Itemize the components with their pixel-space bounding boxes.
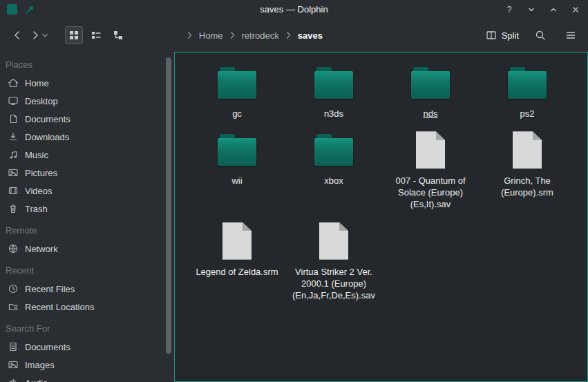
sidebar-item-downloads[interactable]: Downloads [0,128,174,146]
file-item-grinch[interactable]: Grinch, The (Europe).srm [479,131,576,210]
sidebar-item-network[interactable]: Network [0,240,174,258]
file-item-virtua-striker[interactable]: Virtua Striker 2 Ver. 2000.1 (Europe) (E… [285,222,382,301]
folder-icon [314,67,353,99]
split-button[interactable]: Split [486,30,519,41]
sidebar-item-label: Desktop [25,96,58,106]
sidebar-item-label: Recent Locations [25,302,94,312]
sidebar-item-documents[interactable]: Documents [0,110,174,128]
details-view-button[interactable] [87,26,105,44]
sidebar-item-search-audio[interactable]: Audio [0,374,174,382]
file-icon [513,131,542,169]
folder-item-gc[interactable]: gc [189,64,285,120]
tree-view-button[interactable] [109,26,127,44]
sidebar-item-label: Trash [25,204,48,214]
folder-item-xbox[interactable]: xbox [285,131,382,210]
sidebar-item-label: Documents [25,342,70,352]
file-grid: gc n3ds nds ps2 wii xbox [175,52,587,301]
sidebar-item-label: Network [25,244,58,254]
item-label: 007 - Quantum of Solace (Europe) (Es,It)… [387,175,474,210]
sidebar-item-videos[interactable]: Videos [0,182,174,200]
item-label: xbox [324,175,343,187]
icons-view-icon [68,30,79,41]
sidebar-item-search-images[interactable]: Images [0,356,174,374]
close-icon [571,6,580,14]
menu-button[interactable] [562,26,580,44]
folder-item-wii[interactable]: wii [189,131,285,210]
history-dropdown-icon [42,34,48,37]
section-title-remote: Remote [0,222,174,240]
sidebar-item-trash[interactable]: Trash [0,200,174,218]
breadcrumb-chevron-icon [285,31,292,39]
breadcrumb-saves[interactable]: saves [298,30,323,41]
sidebar-item-home[interactable]: Home [0,74,174,92]
sidebar-item-label: Recent Files [25,284,75,294]
sidebar-item-search-documents[interactable]: Documents [0,338,174,356]
music-icon [8,149,19,160]
section-recent: Recent Recent Files Recent Locations [0,262,174,316]
section-remote: Remote Network [0,222,174,258]
icons-view-button[interactable] [65,26,83,44]
network-icon [8,243,19,254]
pictures-icon [8,167,19,178]
pin-icon[interactable] [24,4,35,15]
sidebar-item-music[interactable]: Music [0,146,174,164]
forward-button[interactable] [26,26,51,44]
help-button[interactable]: ? [504,4,515,15]
search-button[interactable] [531,26,549,44]
sidebar-item-pictures[interactable]: Pictures [0,164,174,182]
folder-item-nds[interactable]: nds [382,64,479,120]
dolphin-window: { "titlebar": { "title": "saves — Dolphi… [0,0,588,382]
arrow-back-icon [12,30,23,41]
close-button[interactable] [570,4,581,15]
item-label: Grinch, The (Europe).srm [484,175,571,198]
breadcrumb-home[interactable]: Home [199,30,223,41]
breadcrumb: Home retrodeck saves [187,30,323,41]
titlebar: saves — Dolphin ? [0,0,588,19]
recent-locations-icon [8,301,19,312]
section-search-for: Search For Documents Images Audio [0,320,174,382]
file-icon [416,131,445,169]
item-label: Legend of Zelda.srm [196,266,278,278]
trash-icon [8,203,19,214]
split-label: Split [502,30,519,41]
sidebar-item-recent-locations[interactable]: Recent Locations [0,298,174,316]
arrow-forward-icon [30,30,41,41]
scrollbar-thumb[interactable] [166,57,171,354]
search-audio-icon [8,377,19,382]
folder-icon [508,67,547,99]
places-panel: Places Home Desktop Documents Downloads … [0,52,174,382]
maximize-button[interactable] [548,4,559,15]
file-item-legend-of-zelda[interactable]: Legend of Zelda.srm [189,222,285,301]
sidebar-scrollbar[interactable] [166,56,171,378]
back-button[interactable] [8,26,26,44]
file-icon [222,222,252,260]
videos-icon [8,185,19,196]
app-icon [7,4,17,15]
minimize-button[interactable] [526,4,537,15]
file-item-007-quantum-of-solace[interactable]: 007 - Quantum of Solace (Europe) (Es,It)… [382,131,479,210]
item-label: ps2 [520,108,535,120]
item-label: wii [231,175,242,187]
split-view-icon [486,30,497,41]
folder-item-ps2[interactable]: ps2 [479,64,576,120]
sidebar-item-label: Pictures [25,168,57,178]
section-places: Places Home Desktop Documents Downloads … [0,56,174,218]
desktop-icon [8,95,19,106]
sidebar-item-label: Home [25,78,49,88]
sidebar-item-label: Images [25,360,55,370]
breadcrumb-retrodeck[interactable]: retrodeck [242,30,279,41]
sidebar-item-label: Documents [25,114,70,124]
sidebar-item-label: Music [25,150,48,160]
breadcrumb-chevron-icon [229,31,236,39]
item-label: n3ds [324,108,343,120]
folder-view[interactable]: gc n3ds nds ps2 wii xbox [174,52,588,382]
sidebar-item-recent-files[interactable]: Recent Files [0,280,174,298]
item-label: gc [232,108,242,120]
folder-icon [218,67,256,99]
sidebar-item-desktop[interactable]: Desktop [0,92,174,110]
downloads-icon [8,131,19,142]
home-icon [8,77,19,88]
folder-item-n3ds[interactable]: n3ds [285,64,382,120]
section-title-recent: Recent [0,262,174,280]
hamburger-menu-icon [565,30,576,41]
